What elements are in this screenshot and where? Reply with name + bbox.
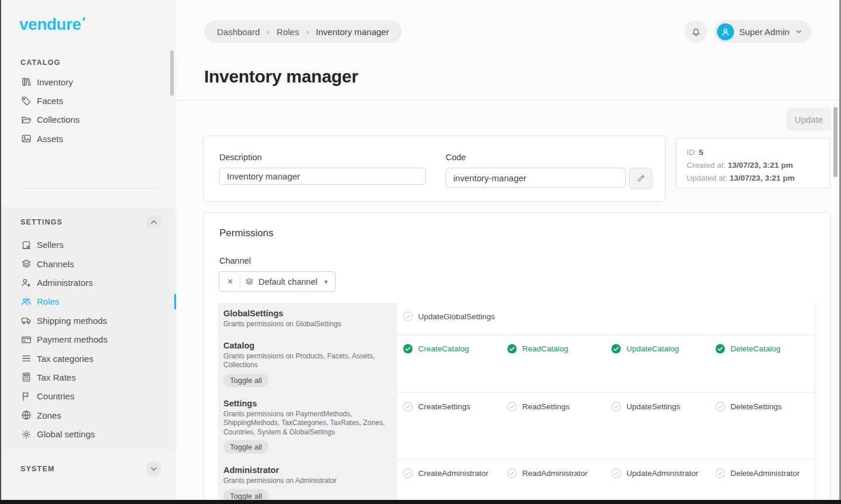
- permission-label: UpdateAdministrator: [626, 469, 698, 478]
- permission-label: ReadSettings: [522, 402, 570, 411]
- permission-group-info: AdministratorGrants permissions on Admin…: [218, 460, 397, 504]
- remove-channel-button[interactable]: ✕: [225, 277, 235, 286]
- sidebar-item-label: Tax categories: [37, 354, 94, 364]
- collections-icon: [20, 114, 32, 125]
- chevron-right-icon: ›: [267, 27, 270, 36]
- edit-code-button[interactable]: [629, 168, 652, 189]
- updated-label: Updated at:: [687, 174, 728, 182]
- permission-createsettings[interactable]: CreateSettings: [403, 402, 507, 412]
- sidebar-item-global-settings[interactable]: Global settings: [1, 424, 176, 443]
- roles-icon: [20, 296, 32, 307]
- user-menu[interactable]: Super Admin: [714, 20, 811, 43]
- toggle-all-settings-button[interactable]: Toggle all: [223, 440, 268, 454]
- breadcrumb-roles[interactable]: Roles: [277, 27, 299, 37]
- notifications-button[interactable]: [685, 20, 707, 43]
- permission-group-info: SettingsGrants permissions on PaymentMet…: [218, 393, 397, 460]
- permission-readsettings[interactable]: ReadSettings: [507, 402, 611, 412]
- permission-readcatalog[interactable]: ReadCatalog: [507, 344, 611, 354]
- nav-section-header: SYSTEM: [1, 453, 176, 482]
- permission-updatecatalog[interactable]: UpdateCatalog: [611, 344, 715, 354]
- global-settings-icon: [20, 429, 32, 440]
- sidebar-item-label: Channels: [37, 259, 74, 269]
- id-value: 5: [699, 148, 704, 157]
- sidebar-nav: CATALOGInventoryFacetsCollectionsAssetsS…: [1, 50, 176, 500]
- vendure-logo[interactable]: vendure: [19, 15, 81, 34]
- channel-select-value: Default channel: [258, 277, 318, 286]
- countries-icon: [20, 391, 32, 402]
- check-circle-outline-icon: [507, 402, 517, 412]
- facets-icon: [20, 95, 32, 106]
- sidebar-item-inventory[interactable]: Inventory: [1, 73, 176, 91]
- chevron-down-icon: [795, 27, 803, 36]
- check-circle-filled-icon: [715, 344, 725, 354]
- permission-label: DeleteSettings: [730, 402, 782, 411]
- permission-deletecatalog[interactable]: DeleteCatalog: [715, 344, 815, 354]
- sidebar-item-roles[interactable]: Roles: [1, 292, 176, 311]
- updated-value: 13/07/23, 3:21 pm: [730, 174, 795, 182]
- description-input[interactable]: [219, 168, 426, 185]
- avatar: [717, 23, 734, 40]
- spacer: [1, 34, 176, 50]
- update-button[interactable]: Update: [787, 108, 831, 130]
- id-label: ID:: [687, 148, 697, 157]
- channel-select[interactable]: ✕ Default channel ▼: [219, 271, 336, 292]
- nav-section-header: CATALOG: [1, 50, 176, 73]
- meta-id-row: ID: 5: [687, 146, 819, 159]
- check-circle-outline-icon: [403, 312, 413, 322]
- channels-icon: [245, 277, 254, 286]
- permission-group-description: Grants permissions on PaymentMethods, Sh…: [223, 410, 389, 437]
- sidebar-item-payment-methods[interactable]: Payment methods: [1, 330, 176, 349]
- collapse-system-button[interactable]: [146, 461, 161, 477]
- permission-deletesettings[interactable]: DeleteSettings: [715, 402, 815, 412]
- window-edge: [0, 0, 1, 504]
- sidebar-item-assets[interactable]: Assets: [1, 129, 176, 148]
- check-circle-outline-icon: [611, 468, 621, 478]
- sidebar-item-administrators[interactable]: Administrators: [1, 273, 176, 292]
- sidebar-item-tax-categories[interactable]: Tax categories: [1, 349, 176, 368]
- sidebar-item-shipping-methods[interactable]: Shipping methods: [1, 311, 176, 330]
- permission-group-description: Grants permissions on GlobalSettings: [223, 320, 389, 329]
- breadcrumb-dashboard[interactable]: Dashboard: [217, 27, 260, 37]
- sidebar-item-countries[interactable]: Countries: [1, 387, 176, 406]
- permission-readadministrator[interactable]: ReadAdministrator: [507, 468, 611, 478]
- payment-icon: [20, 334, 32, 345]
- permission-updatesettings[interactable]: UpdateSettings: [611, 402, 715, 412]
- sidebar-item-channels[interactable]: Channels: [1, 254, 176, 273]
- permission-cells: CreateAdministratorReadAdministratorUpda…: [397, 460, 815, 504]
- sidebar-item-facets[interactable]: Facets: [1, 91, 176, 110]
- permission-label: UpdateSettings: [626, 402, 680, 411]
- role-detail-card: Description Code: [204, 136, 666, 202]
- code-input[interactable]: [446, 168, 626, 188]
- channel-label: Channel: [219, 256, 251, 265]
- collapse-settings-button[interactable]: [146, 215, 161, 230]
- permission-cells: CreateCatalogReadCatalogUpdateCatalogDel…: [397, 335, 815, 393]
- page-title: Inventory manager: [204, 67, 358, 87]
- code-field-group: Code: [446, 153, 652, 185]
- page-scrollbar[interactable]: [833, 107, 837, 177]
- sidebar-item-zones[interactable]: Zones: [1, 406, 176, 424]
- spacer: [1, 189, 176, 206]
- check-circle-outline-icon: [403, 402, 413, 412]
- entity-meta-card: ID: 5 Created at: 13/07/23, 3:21 pm Upda…: [675, 138, 830, 188]
- sidebar-item-collections[interactable]: Collections: [1, 111, 176, 129]
- description-field-group: Description: [219, 153, 426, 185]
- toggle-all-catalog-button[interactable]: Toggle all: [223, 374, 268, 387]
- sidebar-item-tax-rates[interactable]: Tax Rates: [1, 368, 176, 386]
- permission-group-name: Catalog: [223, 341, 389, 351]
- permission-group-info: CatalogGrants permissions on Products, F…: [218, 335, 397, 393]
- nav-section-catalog: CATALOGInventoryFacetsCollectionsAssets: [1, 50, 176, 154]
- permission-updateadministrator[interactable]: UpdateAdministrator: [611, 468, 715, 478]
- sidebar-item-label: Tax Rates: [37, 372, 76, 382]
- permission-deleteadministrator[interactable]: DeleteAdministrator: [715, 468, 815, 478]
- nav-section-label: SETTINGS: [20, 218, 63, 226]
- permission-createcatalog[interactable]: CreateCatalog: [403, 344, 507, 354]
- permission-label: DeleteCatalog: [730, 344, 781, 353]
- sidebar-scrollbar[interactable]: [170, 50, 174, 96]
- check-circle-outline-icon: [403, 468, 413, 478]
- nav-section-system: SYSTEM: [1, 453, 176, 500]
- sidebar-item-sellers[interactable]: Sellers: [1, 236, 176, 254]
- permission-updateglobalsettings[interactable]: UpdateGlobalSettings: [403, 312, 507, 322]
- permission-label: DeleteAdministrator: [730, 469, 800, 478]
- permission-createadministrator[interactable]: CreateAdministrator: [403, 468, 507, 478]
- sidebar-item-label: Countries: [37, 391, 74, 401]
